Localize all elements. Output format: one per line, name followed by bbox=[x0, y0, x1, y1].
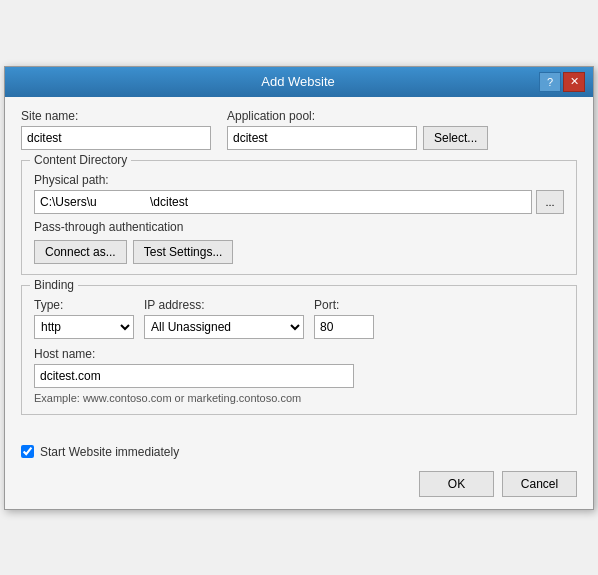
select-button[interactable]: Select... bbox=[423, 126, 488, 150]
browse-button[interactable]: ... bbox=[536, 190, 564, 214]
dialog-body: Site name: Application pool: Select... C… bbox=[5, 97, 593, 437]
title-bar: Add Website ? ✕ bbox=[5, 67, 593, 97]
ip-address-select[interactable]: All Unassigned bbox=[144, 315, 304, 339]
physical-path-group: Physical path: ... bbox=[34, 173, 564, 214]
title-bar-buttons: ? ✕ bbox=[539, 72, 585, 92]
host-name-label: Host name: bbox=[34, 347, 564, 361]
dialog-title: Add Website bbox=[57, 74, 539, 89]
port-input[interactable] bbox=[314, 315, 374, 339]
example-text: Example: www.contoso.com or marketing.co… bbox=[34, 392, 564, 404]
auth-button-row: Connect as... Test Settings... bbox=[34, 240, 564, 264]
ip-address-group: IP address: All Unassigned bbox=[144, 298, 304, 339]
port-label: Port: bbox=[314, 298, 374, 312]
site-name-input[interactable] bbox=[21, 126, 211, 150]
add-website-dialog: Add Website ? ✕ Site name: Application p… bbox=[4, 66, 594, 510]
binding-section: Binding Type: http https ftp IP address: bbox=[21, 285, 577, 415]
ip-address-label: IP address: bbox=[144, 298, 304, 312]
site-app-pool-row: Site name: Application pool: Select... bbox=[21, 109, 577, 150]
content-directory-section: Content Directory Physical path: ... Pas… bbox=[21, 160, 577, 275]
physical-path-row: ... bbox=[34, 190, 564, 214]
ok-button[interactable]: OK bbox=[419, 471, 494, 497]
help-button[interactable]: ? bbox=[539, 72, 561, 92]
physical-path-input[interactable] bbox=[34, 190, 532, 214]
passthrough-label: Pass-through authentication bbox=[34, 220, 564, 234]
site-name-group: Site name: bbox=[21, 109, 211, 150]
host-name-group: Host name: bbox=[34, 347, 564, 388]
binding-label: Binding bbox=[30, 278, 78, 292]
site-name-label: Site name: bbox=[21, 109, 211, 123]
content-directory-content: Physical path: ... Pass-through authenti… bbox=[34, 173, 564, 264]
connect-as-button[interactable]: Connect as... bbox=[34, 240, 127, 264]
physical-path-label: Physical path: bbox=[34, 173, 564, 187]
test-settings-button[interactable]: Test Settings... bbox=[133, 240, 234, 264]
start-website-checkbox[interactable] bbox=[21, 445, 34, 458]
port-group: Port: bbox=[314, 298, 374, 339]
footer: Start Website immediately bbox=[5, 437, 593, 471]
start-website-row: Start Website immediately bbox=[21, 445, 577, 459]
start-website-label[interactable]: Start Website immediately bbox=[40, 445, 179, 459]
type-select[interactable]: http https ftp bbox=[34, 315, 134, 339]
dialog-footer-buttons: OK Cancel bbox=[5, 471, 593, 509]
host-name-input[interactable] bbox=[34, 364, 354, 388]
app-pool-label: Application pool: bbox=[227, 109, 488, 123]
cancel-button[interactable]: Cancel bbox=[502, 471, 577, 497]
type-label: Type: bbox=[34, 298, 134, 312]
binding-content: Type: http https ftp IP address: All Una… bbox=[34, 298, 564, 404]
type-group: Type: http https ftp bbox=[34, 298, 134, 339]
app-pool-input[interactable] bbox=[227, 126, 417, 150]
app-pool-group: Application pool: Select... bbox=[227, 109, 488, 150]
close-button[interactable]: ✕ bbox=[563, 72, 585, 92]
content-directory-label: Content Directory bbox=[30, 153, 131, 167]
binding-fields-row: Type: http https ftp IP address: All Una… bbox=[34, 298, 564, 339]
